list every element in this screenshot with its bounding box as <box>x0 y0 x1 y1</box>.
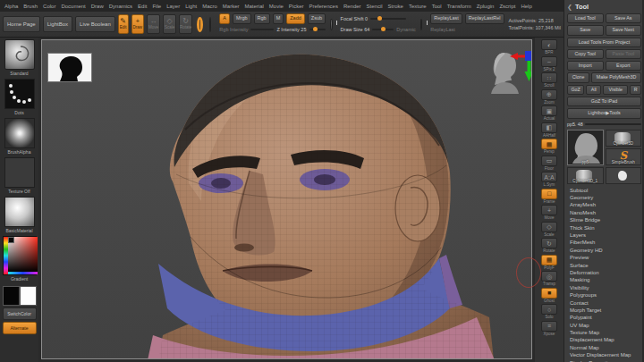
shelf-button-icon[interactable]: ◎ <box>541 271 557 282</box>
shelf-button-icon[interactable]: ▦ <box>541 255 557 265</box>
rgb-intensity-slider[interactable] <box>250 29 274 30</box>
menu-item[interactable]: Document <box>61 4 85 9</box>
current-stroke-thumbnail[interactable] <box>4 79 35 109</box>
tool-section[interactable]: Geometry <box>567 194 641 201</box>
tool-item-slider[interactable]: pp5. 48 <box>567 121 641 128</box>
rgb-button[interactable]: Rgb <box>254 13 270 24</box>
menu-item[interactable]: Edit <box>138 4 147 9</box>
edit-mode-button[interactable]: ✎ Edit <box>118 14 129 34</box>
tool-section[interactable]: Visibility <box>567 284 641 291</box>
current-alpha-thumbnail[interactable] <box>4 118 35 148</box>
shelf-button[interactable]: ⊕ Zoom <box>541 89 557 105</box>
zsub-button[interactable]: Zsub <box>308 13 326 24</box>
lightbox-button[interactable]: LightBox <box>43 16 72 32</box>
shelf-button[interactable]: ◇ Scale <box>541 222 557 238</box>
shelf-button[interactable]: ○ Solo <box>541 304 557 320</box>
menu-item[interactable]: Material <box>245 4 264 9</box>
tool-section[interactable]: UV Map <box>567 322 641 329</box>
tool-section[interactable]: Contact <box>567 299 641 307</box>
tool-section[interactable]: Display Properties <box>567 359 641 362</box>
tool-thumbnail-simplebrush[interactable]: S SimpleBrush <box>606 148 642 165</box>
goz-r-button[interactable]: R <box>630 85 641 95</box>
zadd-button[interactable]: Zadd <box>286 13 305 24</box>
shelf-button[interactable]: ◧ AAHalf <box>541 122 557 139</box>
tool-section[interactable]: Vector Displacement Map <box>567 351 641 358</box>
goz-visible-button[interactable]: Visible <box>603 85 628 95</box>
tool-section[interactable]: Displacement Map <box>567 336 641 343</box>
switch-color-button[interactable]: SwitchColor <box>3 307 37 320</box>
menu-item[interactable]: Marker <box>223 4 240 9</box>
m-button[interactable]: M <box>273 13 284 24</box>
tool-section[interactable]: Normal Map <box>567 344 641 351</box>
shelf-button[interactable]: ▦ Persp <box>541 139 557 155</box>
save-next-button[interactable]: Save Next <box>606 25 642 35</box>
menu-item[interactable]: Transform <box>447 4 471 9</box>
lightbox-tools-button[interactable]: Lightbox▶Tools <box>567 108 641 118</box>
shelf-button-icon[interactable]: ∷ <box>541 72 557 83</box>
menu-item[interactable]: Render <box>343 4 361 9</box>
goz-button[interactable]: GoZ <box>567 85 584 95</box>
replay-last-button[interactable]: ReplayLast <box>430 13 462 24</box>
replay-last-rel-button[interactable]: ReplayLastRel <box>465 13 504 24</box>
save-as-button[interactable]: Save As <box>606 13 642 23</box>
tool-section[interactable]: Slime Bridge <box>567 216 641 223</box>
current-material-sphere[interactable] <box>209 17 212 32</box>
shelf-button-icon[interactable]: ↻ <box>541 238 557 248</box>
menu-item[interactable]: Alpha <box>4 4 18 9</box>
tool-section[interactable]: Texture Map <box>567 329 641 336</box>
menu-item[interactable]: Texture <box>409 4 427 9</box>
menu-item[interactable]: Picker <box>289 4 304 9</box>
menu-item[interactable]: Preferences <box>309 4 338 9</box>
collapse-chevron-icon[interactable]: ❮ <box>567 4 572 11</box>
shelf-button[interactable]: ≡ Xpose <box>541 321 557 337</box>
menu-item[interactable]: Tool <box>432 4 442 9</box>
tool-thumbnail-cylinder3d[interactable]: Cylinder3D <box>606 130 642 147</box>
load-tool-button[interactable]: Load Tool <box>567 13 604 23</box>
stroke-knob-icon[interactable] <box>420 19 423 30</box>
export-button[interactable]: Export <box>606 61 642 71</box>
tool-section[interactable]: Deformation <box>567 269 641 276</box>
tool-section[interactable]: Layers <box>567 232 641 239</box>
goz-all-button[interactable]: All <box>586 85 601 95</box>
shelf-button-icon[interactable]: ◧ <box>541 122 557 133</box>
draw-mode-button[interactable]: + Draw <box>131 14 145 34</box>
sculpt-head-model[interactable] <box>42 40 532 359</box>
shelf-button-icon[interactable]: ▦ <box>541 139 557 149</box>
tool-thumbnail-cylinder3d-1[interactable]: Cylinder3D_1 <box>567 167 604 184</box>
replay-last-slider-label[interactable]: ReplayLast <box>430 27 455 32</box>
shelf-button-icon[interactable]: A:A <box>541 172 557 182</box>
shelf-button[interactable]: ▣ Actual <box>541 105 557 122</box>
shelf-button-icon[interactable]: ⊕ <box>541 89 557 100</box>
home-page-button[interactable]: Home Page <box>3 16 40 32</box>
live-boolean-button[interactable]: Live Boolean <box>75 16 115 32</box>
main-color-swatch[interactable] <box>3 286 20 306</box>
tool-section[interactable]: NanoMesh <box>567 209 641 216</box>
z-intensity-slider-label[interactable]: Z Intensity 25 <box>276 27 306 32</box>
rotate-mode-button[interactable]: ↻ Rotate <box>179 14 192 34</box>
tool-section[interactable]: FiberMesh <box>567 239 641 246</box>
copy-tool-button[interactable]: Copy Tool <box>567 49 604 59</box>
menu-item[interactable]: File <box>152 4 161 9</box>
shelf-button[interactable]: ■ Ghost <box>541 288 557 304</box>
shelf-button-icon[interactable]: ‒ <box>541 56 557 67</box>
current-tool-thumbnail[interactable]: pp5 <box>567 130 604 165</box>
draw-size-slider-label[interactable]: Draw Size 64 <box>341 27 370 32</box>
shelf-button[interactable]: ‒ SPix 2 <box>541 56 557 72</box>
tool-section[interactable]: Polygroups <box>567 291 641 299</box>
tool-section[interactable]: Thick Skin <box>567 224 641 232</box>
load-tools-from-project-button[interactable]: Load Tools From Project <box>567 38 641 47</box>
menu-item[interactable]: Dynamics <box>109 4 132 9</box>
mrgb-button[interactable]: Mrgb <box>233 13 251 24</box>
sculptris-pro-ring-button[interactable] <box>197 17 203 32</box>
tool-section[interactable]: Masking <box>567 276 641 283</box>
tool-section[interactable]: Geometry HD <box>567 247 641 254</box>
current-texture-thumbnail[interactable] <box>4 157 35 188</box>
focal-shift-knob-icon[interactable] <box>330 19 333 30</box>
menu-item[interactable]: Color <box>43 4 55 9</box>
shelf-button[interactable]: + Move <box>541 205 557 221</box>
z-intensity-slider[interactable] <box>309 29 326 30</box>
tool-section[interactable]: Polypaint <box>567 314 641 321</box>
scale-mode-button[interactable]: ◇ Scale <box>163 14 176 34</box>
menu-item[interactable]: Brush <box>23 4 38 9</box>
paste-tool-button[interactable]: Paste Tool <box>606 49 642 59</box>
